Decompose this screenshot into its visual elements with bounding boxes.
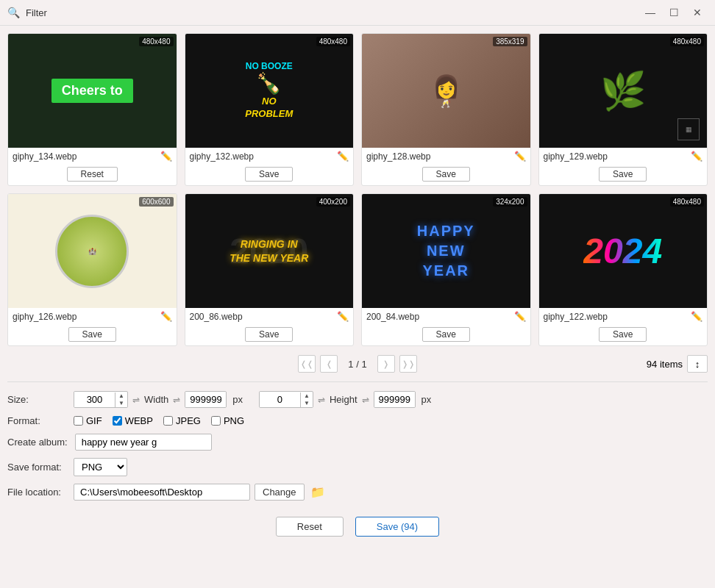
width-label: Width (144, 394, 168, 405)
prev-page-button[interactable]: ❬ (320, 355, 338, 373)
folder-icon-button[interactable]: 📁 (309, 484, 327, 501)
save-button-1[interactable]: Reset (67, 167, 118, 182)
thumb-text-6: RINGING INTHE NEW YEAR (230, 237, 308, 264)
filename-1: giphy_134.webp (13, 151, 77, 162)
width-down-button[interactable]: ▼ (115, 400, 127, 407)
maximize-button[interactable]: ☐ (664, 4, 684, 21)
edit-icon-5[interactable]: ✏️ (160, 311, 172, 322)
thumb-scene-3: 👩 🥂 (433, 74, 460, 109)
format-label: Format: (7, 415, 66, 426)
image-card-8: 2024 480x480 giphy_122.webp ✏️ Save (538, 193, 708, 346)
format-jpeg-item[interactable]: JPEG (163, 415, 201, 426)
first-page-button[interactable]: ❬❬ (298, 355, 316, 373)
minimize-button[interactable]: ― (640, 4, 661, 21)
page-info: 1 / 1 (342, 359, 372, 370)
close-button[interactable]: ✕ (687, 4, 708, 21)
create-album-row: Create album: (7, 434, 708, 451)
filename-7: 200_84.webp (366, 312, 419, 322)
bottom-bar: Reset Save (94) (7, 509, 708, 541)
thumb-text-2b: NOPROBLEM (245, 96, 293, 121)
format-png-checkbox[interactable] (211, 416, 221, 426)
app-icon: 🔍 (7, 7, 20, 18)
filename-3: giphy_128.webp (366, 151, 430, 162)
create-album-input[interactable] (75, 434, 212, 451)
width-max-input[interactable] (185, 392, 226, 407)
filename-4: giphy_129.webp (544, 151, 608, 162)
size-badge-4: 480x480 (670, 37, 704, 46)
image-thumb-3: 👩 🥂 385x319 (362, 34, 530, 148)
image-card-3: 👩 🥂 385x319 giphy_128.webp ✏️ Save (361, 33, 531, 186)
create-album-label: Create album: (7, 437, 68, 448)
edit-icon-8[interactable]: ✏️ (691, 311, 702, 322)
main-content: Cheers to 480x480 giphy_134.webp ✏️ Rese… (0, 26, 715, 588)
next-page-button[interactable]: ❭ (377, 355, 395, 373)
pagination-controls: ❬❬ ❬ 1 / 1 ❭ ❭❭ (298, 355, 416, 373)
card-save-6: Save (185, 325, 354, 345)
save-button-5[interactable]: Save (68, 327, 116, 342)
format-webp-label: WEBP (125, 415, 153, 426)
edit-icon-7[interactable]: ✏️ (514, 311, 526, 322)
edit-icon-4[interactable]: ✏️ (691, 151, 702, 162)
save-button-3[interactable]: Save (422, 167, 470, 182)
size-badge-8: 480x480 (670, 197, 704, 207)
format-png-item[interactable]: PNG (211, 415, 244, 426)
image-card-2: NO BOOZE 🍾 NOPROBLEM 480x480 giphy_132.w… (185, 33, 355, 186)
edit-icon-2[interactable]: ✏️ (337, 151, 349, 162)
thumb-text-1: Cheers to (51, 79, 133, 103)
save-format-select[interactable]: PNG JPG WEBP GIF (74, 458, 127, 476)
card-footer-6: 200_86.webp ✏️ (185, 308, 354, 325)
edit-icon-1[interactable]: ✏️ (160, 151, 172, 162)
image-card-6: 2020 RINGING INTHE NEW YEAR 400x200 200_… (185, 193, 355, 346)
image-card-7: HAPPY NEW YEAR 324x200 200_84.webp ✏️ Sa… (361, 193, 531, 346)
card-save-3: Save (362, 165, 530, 185)
format-webp-item[interactable]: WEBP (113, 415, 153, 426)
width-input[interactable] (74, 392, 115, 407)
thumb-new: NEW (427, 243, 466, 259)
filename-8: giphy_122.webp (544, 312, 608, 322)
sort-button[interactable]: ↕ (687, 355, 708, 373)
width-arrow2: ⇌ (173, 395, 180, 405)
format-jpeg-checkbox[interactable] (163, 416, 173, 426)
size-group: ▲ ▼ ⇌ Width ⇌ px ▲ ▼ ⇌ (74, 391, 431, 408)
card-footer-8: giphy_122.webp ✏️ (539, 308, 708, 325)
item-count: 94 items (647, 359, 683, 370)
card-save-8: Save (539, 325, 708, 345)
height-input-wrap: ▲ ▼ (259, 391, 313, 408)
format-gif-item[interactable]: GIF (74, 415, 102, 426)
save-button-4[interactable]: Save (599, 167, 647, 182)
thumb-year: YEAR (422, 262, 469, 279)
edit-icon-3[interactable]: ✏️ (514, 151, 526, 162)
last-page-button[interactable]: ❭❭ (399, 355, 417, 373)
filename-6: 200_86.webp (190, 312, 243, 322)
height-max-input[interactable] (374, 392, 415, 407)
reset-button[interactable]: Reset (276, 517, 344, 537)
height-unit: px (421, 394, 432, 405)
edit-icon-6[interactable]: ✏️ (337, 311, 349, 322)
card-save-4: Save (539, 165, 708, 185)
card-save-1: Reset (8, 165, 177, 185)
save-button-7[interactable]: Save (422, 327, 470, 342)
save-button-2[interactable]: Save (245, 167, 293, 182)
save-button-8[interactable]: Save (599, 327, 647, 342)
file-path-input[interactable] (74, 484, 250, 501)
format-gif-label: GIF (86, 415, 102, 426)
card-footer-3: giphy_128.webp ✏️ (362, 148, 530, 165)
width-arrows: ▲ ▼ (115, 392, 127, 407)
save-all-button[interactable]: Save (94) (355, 517, 439, 537)
height-up-button[interactable]: ▲ (301, 392, 313, 400)
image-thumb-4: 🌿 ▦ 480x480 (539, 34, 708, 148)
width-up-button[interactable]: ▲ (115, 392, 127, 400)
save-button-6[interactable]: Save (245, 327, 293, 342)
thumb-icon-bottle: 🍾 (245, 71, 293, 96)
size-badge-6: 400x200 (316, 197, 350, 207)
format-gif-checkbox[interactable] (74, 416, 83, 426)
filter-form: Size: ▲ ▼ ⇌ Width ⇌ px (7, 388, 708, 503)
height-down-button[interactable]: ▼ (301, 400, 313, 407)
file-location-label: File location: (7, 487, 66, 498)
width-arrow-label: ⇌ (132, 395, 140, 405)
format-webp-checkbox[interactable] (113, 416, 122, 426)
title-bar-controls: ― ☐ ✕ (640, 4, 708, 21)
height-input[interactable] (260, 392, 300, 407)
card-save-5: Save (8, 325, 177, 345)
change-button[interactable]: Change (255, 484, 305, 501)
